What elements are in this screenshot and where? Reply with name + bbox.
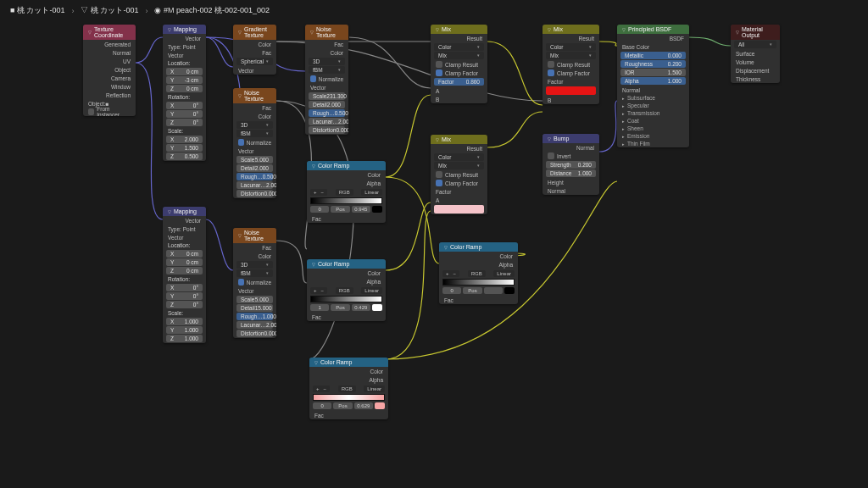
base-color[interactable]: Base Color — [617, 42, 689, 51]
breadcrumb[interactable]: ■ 桃 カット-001 › ▽ 桃 カット-001 › ◉ #M peach-0… — [10, 5, 270, 16]
out-alpha[interactable]: Alpha — [307, 179, 386, 187]
node-header[interactable]: Material Output — [731, 25, 780, 40]
sheen[interactable]: Sheen — [617, 125, 689, 132]
in-normal[interactable]: Normal — [542, 186, 599, 195]
subsurface[interactable]: Subsurface — [617, 94, 689, 102]
blend[interactable]: Mix — [434, 52, 484, 59]
target[interactable]: All — [734, 41, 776, 48]
node-header[interactable]: Color Ramp — [309, 358, 388, 367]
transmission[interactable]: Transmission — [617, 109, 689, 117]
node-header[interactable]: Color Ramp — [307, 161, 386, 170]
out-result[interactable]: Result — [431, 144, 487, 152]
node-color-ramp-1[interactable]: Color Ramp Color Alpha + −RGBLinear 0Pos… — [307, 161, 386, 223]
lacunarity[interactable]: Lacunar…2.000 — [236, 181, 273, 189]
out-fac[interactable]: Fac — [233, 243, 276, 252]
out-alpha[interactable]: Alpha — [439, 260, 518, 269]
factor[interactable]: Factor — [431, 187, 487, 196]
node-bump[interactable]: Bump Normal Invert Strength0.200 Distanc… — [542, 134, 599, 195]
rot-y[interactable]: Y0° — [166, 110, 203, 118]
factor[interactable]: Factor0.860 — [434, 78, 484, 86]
normalize[interactable]: Normalize — [233, 138, 276, 147]
distance[interactable]: Distance1.000 — [546, 169, 596, 177]
normalize[interactable]: Normalize — [305, 75, 348, 83]
ramp-widget[interactable]: + −RGBLinear 1Pos0.429 — [310, 287, 382, 311]
node-mix-2[interactable]: Mix Result Color Mix Clamp Result Clamp … — [431, 135, 487, 214]
ior[interactable]: IOR1.500 — [620, 69, 686, 76]
out-vector[interactable]: Vector — [163, 34, 206, 42]
out-camera[interactable]: Camera — [83, 74, 136, 82]
clamp-result[interactable]: Clamp Result — [431, 170, 487, 179]
in-fac[interactable]: Fac — [307, 214, 386, 223]
swatch-a[interactable] — [546, 86, 596, 95]
scl-x[interactable]: X2.000 — [166, 136, 203, 143]
strength[interactable]: Strength0.200 — [546, 161, 596, 169]
out-bsdf[interactable]: BSDF — [617, 34, 689, 42]
in-b[interactable]: B — [542, 96, 599, 104]
out-fac[interactable]: Fac — [233, 48, 276, 57]
out-color[interactable]: Color — [439, 252, 518, 260]
out-color[interactable]: Color — [309, 367, 388, 375]
ramp-widget[interactable]: + −RGBLinear 0Pos0.629 — [313, 385, 385, 409]
scl-y[interactable]: Y1.000 — [166, 326, 203, 334]
in-fac[interactable]: Fac — [307, 313, 386, 321]
node-color-ramp-4[interactable]: Color Ramp Color Alpha + −RGBLinear 0Pos… — [439, 242, 518, 304]
node-mapping-2[interactable]: Mapping Vector Type: Point Vector Locati… — [163, 207, 206, 343]
node-header[interactable]: Mix — [542, 25, 599, 34]
out-normal[interactable]: Normal — [83, 48, 136, 57]
roughness[interactable]: Rough…0.500 — [236, 173, 273, 180]
crumb-3[interactable]: ◉ #M peach-002 桃-002-001_002 — [154, 5, 270, 16]
out-alpha[interactable]: Alpha — [307, 277, 386, 286]
rot-x[interactable]: X0° — [166, 102, 203, 109]
type-row[interactable]: Type: Point — [163, 225, 206, 233]
loc-x[interactable]: X0 cm — [166, 68, 203, 75]
out-vector[interactable]: Vector — [163, 216, 206, 225]
clamp-factor[interactable]: Clamp Factor — [431, 179, 487, 187]
emission[interactable]: Emission — [617, 132, 689, 140]
in-vector[interactable]: Vector — [233, 147, 276, 155]
out-color[interactable]: Color — [233, 112, 276, 120]
node-mix-3[interactable]: Mix Result Color Mix Clamp Result Clamp … — [542, 25, 599, 104]
dim[interactable]: 3D — [236, 121, 273, 129]
clamp-result[interactable]: Clamp Result — [542, 60, 599, 69]
dim[interactable]: 3D — [236, 261, 273, 269]
invert[interactable]: Invert — [542, 152, 599, 160]
scale[interactable]: Scale5.000 — [236, 296, 273, 303]
detail[interactable]: Detail2.000 — [236, 164, 273, 172]
node-header[interactable]: Color Ramp — [307, 259, 386, 269]
out-result[interactable]: Result — [542, 34, 599, 42]
scale[interactable]: Scale231.300 — [309, 92, 345, 100]
scl-z[interactable]: Z0.500 — [166, 152, 203, 160]
out-uv[interactable]: UV — [83, 57, 136, 65]
dim[interactable]: 3D — [309, 58, 345, 65]
out-color[interactable]: Color — [233, 252, 276, 260]
normalize[interactable]: Normalize — [233, 278, 276, 286]
lacunarity[interactable]: Lacunar…2.000 — [309, 118, 345, 125]
node-header[interactable]: Mix — [431, 135, 487, 144]
node-header[interactable]: Mapping — [163, 207, 206, 216]
node-gradient-texture[interactable]: Gradient Texture Color Fac Spherical Vec… — [233, 25, 276, 75]
in-normal[interactable]: Normal — [617, 86, 689, 94]
rot-z[interactable]: Z0° — [166, 301, 203, 308]
coat[interactable]: Coat — [617, 117, 689, 125]
in-displacement[interactable]: Displacement — [731, 66, 780, 75]
detail[interactable]: Detail15.000 — [236, 304, 273, 312]
in-vector[interactable]: Vector — [163, 51, 206, 59]
out-color[interactable]: Color — [307, 170, 386, 179]
loc-z[interactable]: Z0 cm — [166, 85, 203, 92]
out-color[interactable]: Color — [307, 269, 386, 277]
in-a[interactable]: A — [431, 86, 487, 95]
node-header[interactable]: Bump — [542, 134, 599, 143]
clamp-factor[interactable]: Clamp Factor — [542, 69, 599, 77]
in-vector[interactable]: Vector — [305, 83, 348, 92]
in-b[interactable]: B — [431, 95, 487, 103]
fbm[interactable]: fBM — [236, 130, 273, 137]
in-thickness[interactable]: Thickness — [731, 75, 780, 83]
node-color-ramp-2[interactable]: Color Ramp Color Alpha + −RGBLinear 1Pos… — [307, 259, 386, 321]
node-mapping-1[interactable]: Mapping Vector Type: Point Vector Locati… — [163, 25, 206, 161]
node-color-ramp-3[interactable]: Color Ramp Color Alpha + −RGBLinear 0Pos… — [309, 358, 388, 419]
in-vector[interactable]: Vector — [163, 233, 206, 241]
in-vector[interactable]: Vector — [233, 66, 276, 75]
roughness[interactable]: Rough…0.500 — [309, 109, 345, 117]
detail[interactable]: Detail2.000 — [309, 101, 345, 108]
blend[interactable]: Mix — [546, 52, 596, 59]
